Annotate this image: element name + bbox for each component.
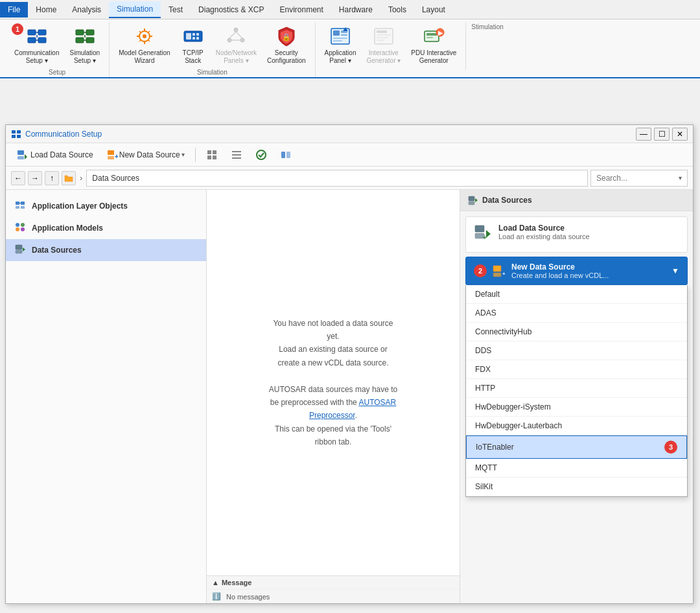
dropdown-item-fdx[interactable]: FDX [466,360,687,379]
toolbar-btn-list[interactable] [226,147,248,163]
menu-bar: File Home Analysis Simulation Test Diagn… [0,0,700,19]
tcpip-icon [181,25,205,48]
ribbon-group-app: ApplicationPanel ▾ InteractiveGenerator … [316,22,467,70]
toolbar-separator-1 [195,148,196,162]
dropdown-item-hwdebugger-lauterbach[interactable]: HwDebugger-Lauterbach [466,417,687,435]
breadcrumb-path[interactable]: Data Sources [86,170,588,187]
svg-rect-51 [426,37,433,38]
dropdown-item-iotenabler[interactable]: IoTEnabler 3 [466,435,687,459]
data-sources-label: Data Sources [32,246,82,255]
panel-new-btn-badge-wrapper: 2 [474,264,487,277]
message-row: ℹ️ No messages [207,589,460,603]
split-icon [280,149,292,161]
sidebar-item-app-layer[interactable]: Application Layer Objects [6,195,206,217]
svg-rect-62 [108,156,114,159]
svg-point-15 [143,34,146,38]
panel-new-dropdown: 2 + New Data Source Create and load a ne… [465,257,688,497]
data-sources-icon [14,243,27,257]
svg-rect-26 [192,33,195,36]
svg-rect-41 [333,38,347,39]
nav-back-btn[interactable]: ← [11,171,25,185]
panel-new-btn[interactable]: 2 + New Data Source Create and load a ne… [465,257,688,285]
dropdown-item-silkit[interactable]: SilKit [466,478,687,496]
ribbon-btn-pdu-gen[interactable]: ▶ PDU InteractiveGenerator [407,22,460,67]
ribbon-btn-security[interactable]: 🔒 SecurityConfiguration [263,22,309,67]
dropdown-item-dds[interactable]: DDS [466,341,687,360]
nav-up-btn[interactable]: ↑ [45,171,59,185]
menu-test[interactable]: Test [161,2,191,17]
svg-rect-89 [475,226,484,232]
menu-layout[interactable]: Layout [414,2,453,17]
dropdown-item-adas[interactable]: ADAS [466,304,687,323]
menu-simulation[interactable]: Simulation [109,1,161,18]
ribbon-btn-comm-setup[interactable]: 1 CommunicationSetup ▾ [10,22,63,67]
window-maximize[interactable]: ☐ [654,128,670,141]
dropdown-item-default[interactable]: Default [466,285,687,304]
menu-analysis[interactable]: Analysis [64,2,109,17]
nav-folder-btn[interactable] [62,171,76,185]
dropdown-item-connectivity[interactable]: ConnectivityHub [466,323,687,341]
svg-rect-86 [469,196,474,201]
svg-line-33 [229,32,236,38]
toolbar-btn-check[interactable] [250,147,272,163]
svg-rect-61 [108,150,114,155]
new-data-source-btn[interactable]: + New Data Source ▾ [101,147,190,163]
comm-setup-label: CommunicationSetup ▾ [14,49,59,65]
right-panel: Data Sources + Load Data Source [460,190,693,603]
sidebar-item-app-models[interactable]: Application Models [6,217,206,239]
svg-line-20 [139,31,141,33]
svg-point-80 [21,223,25,227]
ribbon-btn-sim-setup[interactable]: SimulationSetup ▾ [65,22,104,67]
menu-environment[interactable]: Environment [272,2,331,17]
window-minimize[interactable]: — [636,128,651,141]
dropdown-item-http[interactable]: HTTP [466,379,687,398]
svg-rect-56 [12,135,16,138]
panel-new-arrow[interactable]: ▼ [671,266,679,275]
svg-rect-70 [232,157,241,159]
menu-home[interactable]: Home [28,2,64,17]
svg-rect-28 [192,37,195,40]
svg-text:🔒: 🔒 [282,32,291,41]
svg-rect-59 [18,156,24,159]
svg-rect-68 [232,151,241,152]
svg-point-81 [16,227,19,231]
ribbon-btn-tcpip[interactable]: TCP/IPStack [177,22,209,67]
ribbon-btn-app-panel[interactable]: ApplicationPanel ▾ [321,22,360,67]
menu-tools[interactable]: Tools [380,2,414,17]
model-gen-label: Model GenerationWizard [119,49,170,65]
svg-point-82 [21,227,25,231]
menu-file[interactable]: File [0,2,28,17]
empty-msg-2: yet. [269,330,398,343]
toolbar-btn-split[interactable] [275,147,297,163]
load-data-source-btn[interactable]: Load Data Source [11,147,99,163]
right-panel-title: Data Sources [482,196,532,205]
svg-rect-66 [207,156,211,159]
ribbon-btn-node-net[interactable]: Node/NetworkPanels ▾ [212,22,261,67]
dropdown-item-mqtt[interactable]: MQTT [466,459,687,478]
search-input[interactable] [596,174,679,183]
ribbon-btn-model-gen[interactable]: Model GenerationWizard [115,22,174,67]
autosar-preprocessor-link[interactable]: AUTOSARPreprocessor [309,398,396,420]
nav-forward-btn[interactable]: → [28,171,42,185]
message-header[interactable]: ▲ Message [207,576,460,589]
sidebar-item-data-sources[interactable]: Data Sources [6,239,206,261]
grid-icon [206,149,218,161]
svg-rect-46 [377,34,391,36]
panel-load-title: Load Data Source [498,224,590,233]
svg-rect-1 [38,30,46,35]
window-close[interactable]: ✕ [672,128,688,141]
toolbar-btn-grid[interactable] [201,147,223,163]
svg-rect-55 [17,130,21,133]
center-message: You have not loaded a data source yet. L… [269,317,398,449]
model-gen-icon [133,25,156,48]
svg-rect-77 [21,206,25,209]
menu-diagnostics[interactable]: Diagnostics & XCP [191,2,272,17]
panel-load-btn[interactable]: + Load Data Source Load an existing data… [465,216,688,253]
ribbon-btn-interactive-gen[interactable]: InteractiveGenerator ▾ [362,22,404,67]
new-data-source-badge: 2 [474,264,487,277]
svg-rect-0 [28,30,36,35]
search-dropdown-btn[interactable]: ▾ [679,174,682,181]
panel-load-icon: + [474,224,492,246]
menu-hardware[interactable]: Hardware [331,2,380,17]
dropdown-item-hwdebugger-isystem[interactable]: HwDebugger-iSystem [466,398,687,417]
